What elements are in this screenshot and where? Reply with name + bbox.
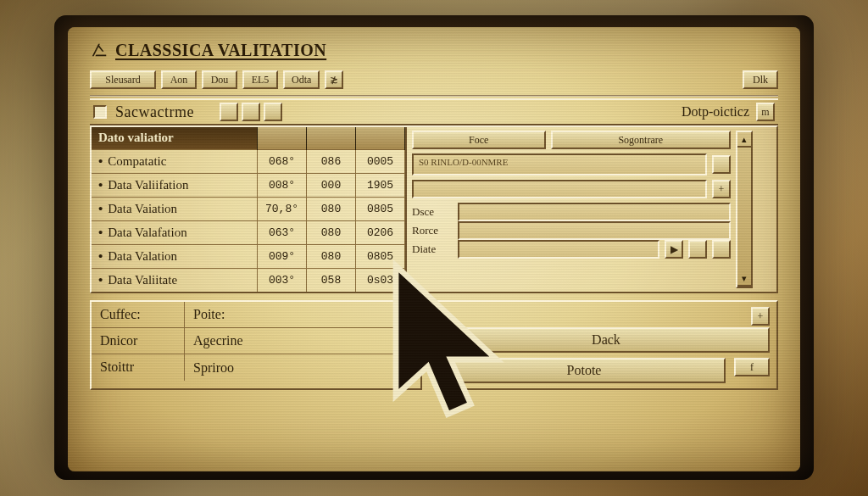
table-header-name[interactable]: Dato valiatior xyxy=(92,127,258,149)
form-field-label: Diate xyxy=(412,242,453,256)
tool-button-b[interactable] xyxy=(242,103,260,121)
data-table: Dato valiatior Compatatic068°0860005Data… xyxy=(92,127,407,292)
row-col3: 0s03 xyxy=(356,268,405,292)
table-row[interactable]: Compatatic068°0860005 xyxy=(92,149,405,173)
row-name: Data Valiitate xyxy=(92,268,258,292)
row-col2: 058 xyxy=(307,268,356,292)
row-name: Data Vaiation xyxy=(92,197,258,220)
form-field-input[interactable] xyxy=(458,221,731,240)
table-row[interactable]: Data Vaiation70,8°0800805 xyxy=(92,197,405,220)
chevron-right-icon[interactable]: ▸ xyxy=(405,359,412,376)
row-col2: 000 xyxy=(307,173,356,197)
form-field-row: Diate▶ xyxy=(412,240,731,259)
section-label: Sacwactrme xyxy=(115,103,194,121)
table-row[interactable]: Data Valiitate003°0580s03 xyxy=(92,268,405,292)
property-row: StoittrSpriroo▸ xyxy=(92,354,420,381)
menubar: Sleusard Aon Dou EL5 Odta ≵ Dlk xyxy=(90,68,778,92)
row-col3: 0206 xyxy=(356,220,405,244)
form-field-row: Dsce xyxy=(412,203,731,221)
form-field-input[interactable] xyxy=(458,240,659,259)
form-readout: S0 RINLO/D-00NMRE xyxy=(412,153,707,176)
window-title: CLASSSICA VALITATION xyxy=(115,41,326,60)
form-scrollbar[interactable]: ▴ ▾ xyxy=(736,131,753,288)
scroll-up-icon[interactable]: ▴ xyxy=(737,132,751,148)
section-toolbar: Sacwactrme Dotp-oicticz m xyxy=(90,98,778,125)
row-col2: 080 xyxy=(307,244,356,268)
properties-panel: Cuffec:Poite:DnicorAgecrineStoittrSpriro… xyxy=(90,300,422,390)
form-field-row: Rorce xyxy=(412,221,731,240)
table-row[interactable]: Data Valation009°0800805 xyxy=(92,244,405,268)
form-plus-button[interactable]: + xyxy=(712,180,731,198)
table-header-row: Dato valiatior xyxy=(92,127,405,149)
right-section-label: Dotp-oicticz xyxy=(682,104,749,120)
property-value[interactable]: Poite: xyxy=(185,302,420,327)
form-top-right-button[interactable]: Sogontrare xyxy=(551,131,732,149)
primary-action-button[interactable]: Dack xyxy=(442,327,770,353)
titlebar: CLASSSICA VALITATION xyxy=(90,37,778,63)
scroll-down-icon[interactable]: ▾ xyxy=(737,271,751,287)
scroll-track[interactable] xyxy=(737,148,751,271)
form-field-input[interactable] xyxy=(458,203,731,221)
form-field-label: Rorce xyxy=(412,224,453,237)
menu-item-4[interactable]: Odta xyxy=(283,70,320,89)
row-col1: 068° xyxy=(258,149,307,173)
row-col2: 080 xyxy=(307,220,356,244)
crt-screen: CLASSSICA VALITATION Sleusard Aon Dou EL… xyxy=(68,27,800,471)
row-col1: 063° xyxy=(258,220,307,244)
row-col1: 70,8° xyxy=(258,197,307,220)
divider xyxy=(90,95,778,97)
form-top-left-button[interactable]: Foce xyxy=(412,131,546,149)
row-col2: 086 xyxy=(307,149,356,173)
table-row[interactable]: Data Valafation063°0800206 xyxy=(92,220,405,244)
row-col3: 0005 xyxy=(356,149,405,173)
tool-button-a[interactable] xyxy=(220,103,238,121)
row-col1: 009° xyxy=(258,244,307,268)
app-logo-icon xyxy=(90,41,108,59)
tool-button-c[interactable] xyxy=(264,103,282,121)
row-name: Compatatic xyxy=(92,149,258,173)
form-extra-a[interactable] xyxy=(688,240,707,259)
menu-item-1[interactable]: Aon xyxy=(161,70,197,89)
form-extra-b[interactable] xyxy=(712,240,731,259)
crt-bezel: CLASSSICA VALITATION Sleusard Aon Dou EL… xyxy=(54,15,814,480)
row-name: Data Valation xyxy=(92,244,258,268)
play-icon[interactable]: ▶ xyxy=(665,240,683,259)
row-name: Data Valiifation xyxy=(92,173,258,197)
property-row: DnicorAgecrine xyxy=(92,327,420,354)
menu-right-button[interactable]: Dlk xyxy=(743,70,778,89)
row-col3: 1905 xyxy=(356,173,405,197)
menu-item-2[interactable]: Dou xyxy=(202,70,237,89)
tail-action-button[interactable]: f xyxy=(734,358,770,376)
table-header-col1[interactable] xyxy=(258,127,307,149)
row-name: Data Valafation xyxy=(92,220,258,244)
property-key: Cuffec: xyxy=(92,302,185,327)
secondary-action-button[interactable]: Potote xyxy=(442,358,726,383)
form-field-label: Dsce xyxy=(412,205,453,219)
row-col3: 0805 xyxy=(356,244,405,268)
row-col1: 003° xyxy=(258,268,307,292)
right-section-button[interactable]: m xyxy=(756,103,775,121)
form-wide-field[interactable] xyxy=(412,180,707,198)
property-key: Dnicor xyxy=(92,328,185,354)
application-window: CLASSSICA VALITATION Sleusard Aon Dou EL… xyxy=(90,37,778,390)
main-area: Dato valiatior Compatatic068°0860005Data… xyxy=(90,125,778,293)
form-panel: Foce Sogontrare S0 RINLO/D-00NMRE + Dsce… xyxy=(407,127,776,292)
form-readout-button[interactable] xyxy=(712,155,731,174)
menu-item-0[interactable]: Sleusard xyxy=(90,70,156,89)
row-col1: 008° xyxy=(258,173,307,197)
menu-glyph-button[interactable]: ≵ xyxy=(325,70,343,89)
property-value[interactable]: Spriroo▸ xyxy=(185,354,420,381)
bottom-area: Cuffec:Poite:DnicorAgecrineStoittrSpriro… xyxy=(90,300,778,390)
table-row[interactable]: Data Valiifation008°0001905 xyxy=(92,173,405,197)
actions-plus-button[interactable]: + xyxy=(751,307,770,326)
menu-item-3[interactable]: EL5 xyxy=(242,70,278,89)
row-col2: 080 xyxy=(307,197,356,220)
section-checkbox[interactable] xyxy=(93,105,107,119)
actions-panel: + Dack Potote f xyxy=(434,300,778,390)
property-row: Cuffec:Poite: xyxy=(92,302,420,327)
table-header-col3[interactable] xyxy=(356,127,405,149)
property-value[interactable]: Agecrine xyxy=(185,328,420,354)
table-header-col2[interactable] xyxy=(307,127,356,149)
row-col3: 0805 xyxy=(356,197,405,220)
property-key: Stoittr xyxy=(92,354,185,381)
